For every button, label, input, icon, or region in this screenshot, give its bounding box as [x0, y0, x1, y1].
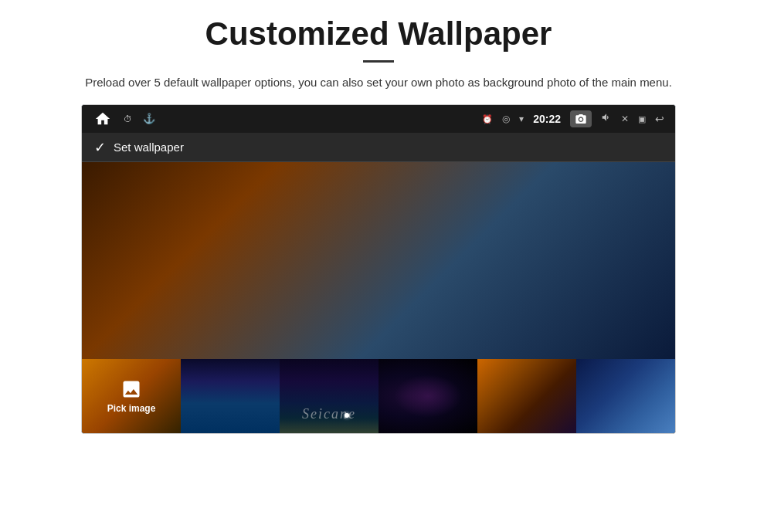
android-screen: ⚓ ⏰ ◎ ▾ 20:22 ✕	[81, 104, 676, 434]
status-right: ⏰ ◎ ▾ 20:22 ✕ ▣ ↩	[482, 110, 664, 127]
location-icon: ◎	[502, 114, 510, 125]
page-title: Customized Wallpaper	[23, 15, 734, 53]
wallpaper-thumb-5[interactable]	[477, 359, 576, 433]
svg-point-0	[579, 118, 582, 121]
back-icon[interactable]: ↩	[655, 113, 664, 126]
seicane-watermark: Seicane	[302, 406, 356, 422]
usb-icon: ⚓	[143, 113, 155, 125]
thumbnail-strip: Pick image Seicane	[82, 359, 675, 433]
time-display: 20:22	[533, 113, 561, 125]
volume-icon	[601, 112, 612, 126]
clock-icon	[124, 113, 132, 125]
pick-image-label: Pick image	[107, 403, 156, 414]
status-left: ⚓	[93, 109, 155, 129]
signal-icon: ▾	[519, 114, 524, 125]
page-wrapper: Customized Wallpaper Preload over 5 defa…	[0, 0, 757, 434]
wallpaper-thumb-3[interactable]: Seicane	[280, 359, 378, 433]
wallpaper-thumb-6[interactable]	[576, 359, 675, 433]
window-icon[interactable]: ▣	[638, 114, 646, 124]
status-bar: ⚓ ⏰ ◎ ▾ 20:22 ✕	[82, 105, 675, 133]
alarm-icon: ⏰	[482, 114, 493, 124]
wallpaper-preview	[82, 162, 675, 359]
wallpaper-thumb-4[interactable]	[378, 359, 477, 433]
camera-button[interactable]	[570, 110, 592, 127]
close-icon[interactable]: ✕	[621, 114, 629, 125]
wallpaper-thumb-2[interactable]	[181, 359, 280, 433]
pick-image-thumbnail[interactable]: Pick image	[82, 359, 181, 433]
set-wallpaper-label: Set wallpaper	[114, 141, 184, 154]
wallpaper-bar: ✓ Set wallpaper	[82, 133, 675, 162]
home-icon[interactable]	[93, 109, 113, 129]
image-icon	[121, 378, 142, 400]
page-subtitle: Preload over 5 default wallpaper options…	[46, 73, 711, 92]
check-icon: ✓	[94, 139, 106, 156]
title-divider	[363, 60, 394, 63]
